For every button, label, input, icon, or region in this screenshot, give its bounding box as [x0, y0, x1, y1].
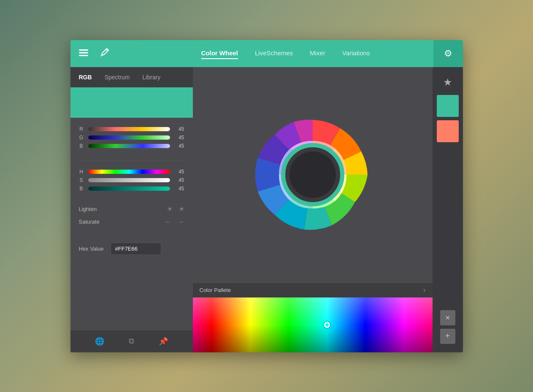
tab-mixer[interactable]: Mixer — [310, 48, 325, 59]
saturate-increase-icon[interactable]: → — [178, 218, 184, 226]
lighten-controls: ☀ ☀ — [167, 205, 184, 213]
subtab-spectrum[interactable]: Spectrum — [105, 74, 130, 81]
tab-liveschemes[interactable]: LiveSchemes — [255, 48, 293, 59]
s-value: 45 — [174, 177, 184, 183]
color-preview-swatch[interactable] — [70, 87, 193, 118]
slider-row-r: R 45 — [79, 126, 184, 132]
add-button[interactable]: + — [440, 329, 455, 344]
svg-line-3 — [101, 55, 102, 56]
sub-tabs: RGB Spectrum Library — [70, 67, 193, 87]
spectrum-cursor — [324, 322, 330, 328]
right-bottom: ✕ + — [440, 310, 455, 348]
gear-icon: ⚙ — [444, 48, 452, 59]
g-slider-track[interactable] — [88, 135, 170, 140]
pin-bottom-icon[interactable]: 📌 — [159, 337, 168, 346]
b2-label: B — [79, 186, 84, 192]
wheel-area[interactable] — [193, 67, 433, 282]
subtab-library[interactable]: Library — [143, 74, 161, 81]
subtab-rgb[interactable]: RGB — [79, 74, 92, 81]
h-label: H — [79, 169, 84, 175]
left-bottom-bar: 🌐 ⧉ 📌 — [70, 330, 193, 352]
hsb-sliders: H 45 S 45 B — [70, 165, 193, 198]
lighten-increase-icon[interactable]: ☀ — [179, 205, 184, 213]
palette-bar: Color Pallete › — [193, 282, 433, 297]
tab-color-wheel[interactable]: Color Wheel — [201, 48, 238, 59]
settings-button[interactable]: ⚙ — [433, 40, 463, 67]
swatch-teal[interactable] — [437, 95, 459, 117]
slider-row-b: B 45 — [79, 143, 184, 149]
saturate-decrease-icon[interactable]: ← — [165, 218, 172, 226]
tab-variations[interactable]: Variations — [342, 48, 370, 59]
h-slider-track[interactable] — [88, 170, 170, 174]
saturate-controls: ← → — [165, 218, 184, 226]
r-label: R — [79, 126, 84, 132]
r-slider-track[interactable] — [88, 127, 170, 131]
saturate-row: Saturate ← → — [79, 218, 184, 226]
hex-section: Hex Value — [70, 238, 193, 260]
g-label: G — [79, 135, 84, 141]
right-top: ★ — [437, 71, 459, 142]
top-bar-left — [70, 48, 193, 59]
eyedropper-icon[interactable] — [100, 48, 109, 59]
top-bar-nav: Color Wheel LiveSchemes Mixer Variations — [193, 48, 433, 59]
slider-row-g: G 45 — [79, 135, 184, 141]
close-icon: ✕ — [445, 314, 450, 321]
menu-icon[interactable] — [79, 49, 88, 58]
center-panel: Color Pallete › — [193, 67, 433, 352]
rgb-sliders: R 45 G 45 B — [70, 118, 193, 156]
saturate-label: Saturate — [79, 219, 165, 225]
b-slider-track[interactable] — [88, 144, 170, 148]
globe-icon[interactable]: 🌐 — [95, 337, 104, 346]
right-panel: ★ ✕ + — [433, 67, 463, 352]
svg-rect-1 — [79, 52, 88, 54]
add-icon: + — [445, 332, 450, 341]
left-panel: RGB Spectrum Library R 45 G — [70, 67, 193, 352]
hex-input[interactable] — [111, 243, 161, 255]
slider-row-h: H 45 — [79, 169, 184, 175]
b-value: 45 — [174, 143, 184, 149]
swatch-orange[interactable] — [437, 120, 459, 142]
copy-icon[interactable]: ⧉ — [129, 337, 134, 346]
b-label: B — [79, 143, 84, 149]
section-divider-1 — [79, 160, 184, 160]
lighten-label: Lighten — [79, 206, 167, 212]
palette-label: Color Pallete — [200, 287, 423, 293]
top-bar: Color Wheel LiveSchemes Mixer Variations… — [70, 40, 463, 67]
r-value: 45 — [174, 126, 184, 132]
adjust-section: Lighten ☀ ☀ Saturate ← → — [70, 198, 193, 238]
spectrum-bar[interactable] — [193, 297, 433, 352]
h-value: 45 — [174, 169, 184, 175]
s-label: S — [79, 177, 84, 183]
palette-arrow-icon[interactable]: › — [423, 286, 426, 295]
b2-value: 45 — [174, 186, 184, 192]
favorite-icon[interactable]: ★ — [440, 73, 456, 92]
lighten-row: Lighten ☀ ☀ — [79, 205, 184, 213]
spectrum-gradient — [193, 297, 433, 352]
b2-slider-track[interactable] — [88, 187, 170, 191]
svg-rect-2 — [79, 55, 88, 56]
svg-rect-0 — [79, 49, 88, 51]
hex-label: Hex Value — [79, 246, 104, 252]
svg-point-7 — [289, 151, 336, 198]
s-slider-track[interactable] — [88, 178, 170, 182]
lighten-decrease-icon[interactable]: ☀ — [167, 205, 173, 213]
slider-row-s: S 45 — [79, 177, 184, 183]
main-row: RGB Spectrum Library R 45 G — [70, 67, 463, 352]
app-container: Color Wheel LiveSchemes Mixer Variations… — [70, 40, 463, 352]
g-value: 45 — [174, 135, 184, 141]
slider-row-brightness: B 45 — [79, 186, 184, 192]
close-button[interactable]: ✕ — [440, 310, 455, 325]
color-wheel[interactable] — [245, 107, 380, 242]
